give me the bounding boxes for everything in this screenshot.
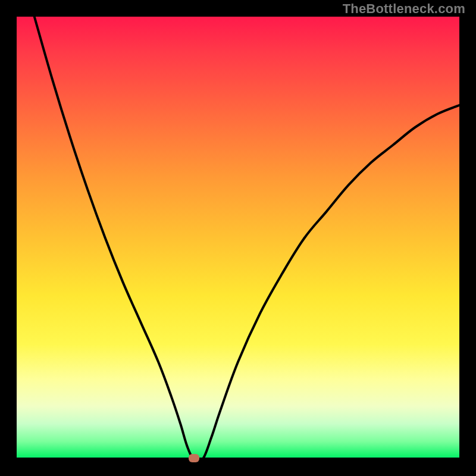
chart-frame: TheBottleneck.com xyxy=(0,0,476,476)
x-axis-baseline xyxy=(17,458,459,459)
plot-area xyxy=(17,17,459,459)
minimum-marker xyxy=(189,454,199,462)
watermark-text: TheBottleneck.com xyxy=(343,1,465,17)
bottleneck-curve xyxy=(17,17,459,459)
